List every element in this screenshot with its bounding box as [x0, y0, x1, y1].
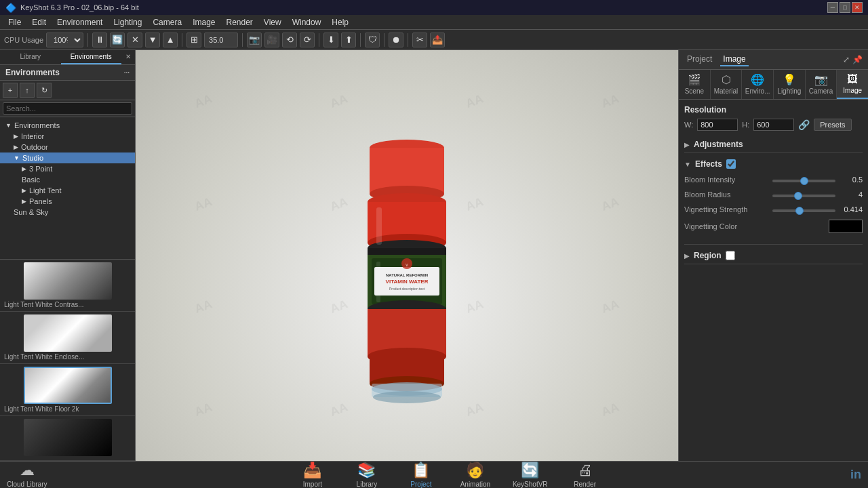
tree-item-light-tent[interactable]: ▶ Light Tent	[0, 185, 135, 196]
tree-item-studio[interactable]: ▼ Studio	[0, 152, 135, 163]
folder-up-button[interactable]: ↑	[20, 83, 35, 98]
close-panel-button[interactable]: ✕	[121, 50, 135, 64]
menu-item-image[interactable]: Image	[187, 16, 220, 28]
environments-tab[interactable]: Environments	[61, 50, 122, 64]
menu-item-lighting[interactable]: Lighting	[108, 16, 147, 28]
tree-item-outdoor[interactable]: ▶ Outdoor	[0, 142, 135, 152]
presets-button[interactable]: Presets	[814, 119, 851, 131]
menu-item-file[interactable]: File	[3, 16, 26, 28]
cpu-percent-dropdown[interactable]: 100%	[46, 33, 83, 47]
tree-item-sun-sky[interactable]: Sun & Sky	[0, 207, 135, 218]
camera-icon-3[interactable]: ⟲	[282, 33, 297, 47]
lighting-tab-label: Lighting	[777, 87, 801, 95]
vignetting-strength-slider[interactable]	[772, 209, 835, 212]
thumb-item-4[interactable]	[0, 416, 135, 461]
lighting-tab[interactable]: 💡 Lighting	[774, 70, 806, 99]
render-value-input[interactable]	[204, 33, 238, 47]
scene-tab[interactable]: 🎬 Scene	[679, 70, 711, 99]
refresh-button[interactable]: 🔄	[110, 33, 125, 47]
image-panel-tab[interactable]: 🖼 Image	[837, 70, 868, 99]
tree-item-3point[interactable]: ▶ 3 Point	[0, 163, 135, 174]
vignetting-color-row: Vignetting Color	[684, 220, 863, 233]
scissors-icon[interactable]: ✂	[412, 33, 427, 47]
menu-item-edit[interactable]: Edit	[26, 16, 52, 28]
right-header-tabs: Project Image	[684, 53, 749, 66]
pin-icon[interactable]: 📌	[852, 55, 863, 64]
vignetting-strength-slider-wrap	[772, 205, 835, 214]
toolbar-separator-5	[360, 33, 361, 47]
keyshot-vr-nav-button[interactable]: 🔄 KeyShotVR	[513, 462, 548, 488]
thumb-item-1[interactable]: Light Tent White Contras...	[0, 260, 135, 312]
height-input[interactable]	[753, 119, 794, 131]
library-nav-button[interactable]: 📚 Library	[350, 462, 384, 488]
camera-icon-4[interactable]: ⟳	[300, 33, 315, 47]
thumb-item-3[interactable]: Light Tent White Floor 2k	[0, 364, 135, 416]
camera-tab[interactable]: 📷 Camera	[806, 70, 837, 99]
project-header-tab[interactable]: Project	[684, 53, 715, 66]
effects-header[interactable]: ▼ Effects	[684, 156, 863, 172]
link-aspect-icon[interactable]: 🔗	[798, 119, 810, 130]
width-input[interactable]	[697, 119, 738, 131]
effects-section: ▼ Effects Bloom Intensity 0.5	[684, 156, 863, 245]
camera-icon-1[interactable]: 📷	[247, 33, 262, 47]
menu-item-window[interactable]: Window	[287, 16, 327, 28]
thumb-item-2[interactable]: Light Tent White Enclose...	[0, 312, 135, 364]
environments-header: Environments ···	[0, 65, 135, 81]
env-toolbar: + ↑ ↻	[0, 81, 135, 100]
region-arrow-icon: ▶	[684, 252, 690, 260]
region-header[interactable]: ▶ Region	[684, 247, 863, 264]
left-panel-tabs: Library Environments ✕	[0, 50, 135, 65]
menu-item-environment[interactable]: Environment	[52, 16, 108, 28]
linkedin-badge: in	[850, 468, 861, 482]
material-tab[interactable]: ⬡ Material	[711, 70, 743, 99]
tree-item-basic[interactable]: Basic	[0, 174, 135, 185]
environment-tab[interactable]: 🌐 Enviro...	[742, 70, 774, 99]
up-arrow-button[interactable]: ▲	[163, 33, 178, 47]
svg-rect-7	[368, 248, 446, 255]
maximize-button[interactable]: □	[840, 2, 850, 13]
menu-item-render[interactable]: Render	[221, 16, 258, 28]
menu-bar: FileEditEnvironmentLightingCameraImageRe…	[0, 15, 868, 30]
pause-button[interactable]: ⏸	[92, 33, 107, 47]
adjustments-header[interactable]: ▶ Adjustments	[684, 136, 863, 152]
import-icon[interactable]: ⬇	[323, 33, 338, 47]
library-tab[interactable]: Library	[0, 50, 61, 64]
minimize-button[interactable]: ─	[827, 2, 838, 13]
vignetting-color-swatch[interactable]	[829, 220, 863, 233]
search-input[interactable]	[3, 102, 132, 115]
image-header-tab[interactable]: Image	[720, 53, 748, 66]
svg-text:Product description text: Product description text	[389, 287, 425, 291]
toolbar-separator-6	[384, 33, 384, 47]
bloom-intensity-slider[interactable]	[772, 180, 835, 182]
import-nav-button[interactable]: 📥 Import	[296, 462, 330, 488]
bottle-svg: NATURAL REFORMIN VITAMIN WATER Product d…	[332, 99, 481, 411]
project-nav-button[interactable]: 📋 Project	[404, 462, 438, 488]
down-arrow-button[interactable]: ▼	[145, 33, 160, 47]
viewport[interactable]: AAAAAAAA AAAAAAAA AAAAAAAA AAAAAAAA	[136, 50, 678, 461]
cloud-library-button[interactable]: ☁ Cloud Library	[7, 462, 47, 488]
record-icon[interactable]: ⏺	[389, 33, 403, 47]
tree-item-interior[interactable]: ▶ Interior	[0, 131, 135, 142]
stop-button[interactable]: ✕	[127, 33, 142, 47]
close-button[interactable]: ✕	[852, 2, 863, 13]
grid-button[interactable]: ⊞	[186, 33, 201, 47]
add-env-button[interactable]: +	[3, 83, 18, 98]
bloom-radius-slider[interactable]	[772, 195, 835, 197]
tree-item-environments[interactable]: ▼ Environments	[0, 120, 135, 131]
menu-item-view[interactable]: View	[258, 16, 287, 28]
adjustments-title: Adjustments	[694, 140, 743, 149]
animation-nav-button[interactable]: 🧑 Animation	[458, 462, 492, 488]
tree-item-panels[interactable]: ▶ Panels	[0, 196, 135, 207]
menu-item-camera[interactable]: Camera	[147, 16, 187, 28]
menu-item-help[interactable]: Help	[326, 16, 354, 28]
region-checkbox[interactable]	[726, 251, 735, 260]
render-nav-button[interactable]: 🖨 Render	[568, 462, 602, 488]
refresh-env-button[interactable]: ↻	[37, 83, 52, 98]
export-icon-2[interactable]: 📤	[430, 33, 445, 47]
camera-icon-2[interactable]: 🎥	[264, 33, 279, 47]
effects-checkbox[interactable]	[726, 159, 736, 169]
cpu-usage-label: CPU Usage	[4, 36, 43, 44]
shield-icon[interactable]: 🛡	[365, 33, 380, 47]
expand-icon[interactable]: ⤢	[843, 55, 850, 64]
export-icon-1[interactable]: ⬆	[341, 33, 356, 47]
